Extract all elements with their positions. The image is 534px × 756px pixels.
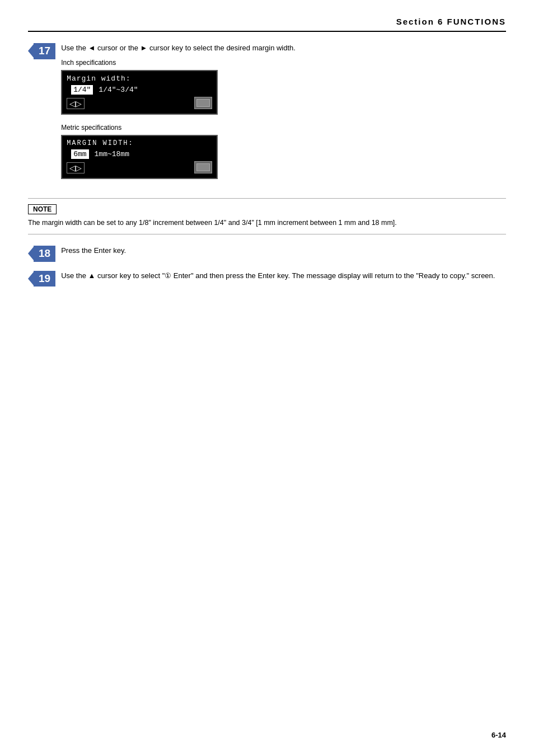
note-tag: NOTE <box>28 204 57 214</box>
inch-lcd-selected: 1/4" <box>71 85 93 95</box>
metric-lcd-range: 1mm~18mm <box>95 150 129 158</box>
inch-lcd-values: 1/4" 1/4"~3/4" <box>67 85 212 95</box>
inch-lcd-range: 1/4"~3/4" <box>99 86 138 94</box>
step-17-icon: 17 <box>28 43 55 59</box>
inch-lcd-panel: Margin width: 1/4" 1/4"~3/4" ◁▷ <box>61 70 218 115</box>
step-18-icon: 18 <box>28 246 55 262</box>
inch-enter-button-inner <box>196 99 210 107</box>
step-17-text: Use the ◄ cursor or the ► cursor key to … <box>61 43 506 53</box>
step-18: 18 Press the Enter key. <box>28 246 506 262</box>
step-18-text: Press the Enter key. <box>61 246 506 256</box>
step-19-number: 19 <box>34 271 55 287</box>
note-text: The margin width can be set to any 1/8" … <box>28 218 506 228</box>
step-19-triangle <box>28 272 34 285</box>
inch-lcd-arrows: ◁▷ <box>67 98 85 109</box>
page-header: Section 6 FUNCTIONS <box>28 17 506 32</box>
section-title: Section 6 FUNCTIONS <box>396 17 506 26</box>
metric-lcd-values: 6mm 1mm~18mm <box>67 149 212 159</box>
step-18-number: 18 <box>34 246 55 262</box>
step-17-triangle <box>28 44 34 58</box>
inch-enter-button <box>194 97 212 109</box>
step-19-content: Use the ▲ cursor key to select "① Enter"… <box>61 271 506 285</box>
metric-lcd-controls: ◁▷ <box>67 162 212 173</box>
step-18-content: Press the Enter key. <box>61 246 506 260</box>
metric-lcd-panel: MARGIN WIDTH: 6mm 1mm~18mm ◁▷ <box>61 135 218 179</box>
note-box: NOTE The margin width can be set to any … <box>28 198 506 234</box>
metric-lcd-selected: 6mm <box>71 149 88 159</box>
page: Section 6 FUNCTIONS 17 Use the ◄ cursor … <box>0 0 534 756</box>
step-19-text: Use the ▲ cursor key to select "① Enter"… <box>61 271 506 281</box>
inch-lcd-title: Margin width: <box>67 74 212 83</box>
metric-lcd-title: MARGIN WIDTH: <box>67 139 212 147</box>
metric-enter-button-inner <box>196 163 210 171</box>
metric-spec-label: Metric specifications <box>61 124 506 132</box>
inch-lcd-controls: ◁▷ <box>67 98 212 109</box>
metric-lcd-arrows: ◁▷ <box>67 162 85 173</box>
inch-spec-label: Inch specifications <box>61 59 506 67</box>
step-19-icon: 19 <box>28 271 55 287</box>
metric-enter-button <box>194 161 212 173</box>
step-19: 19 Use the ▲ cursor key to select "① Ent… <box>28 271 506 287</box>
page-number: 6-14 <box>491 731 506 739</box>
step-17-number: 17 <box>34 43 55 59</box>
step-17-content: Use the ◄ cursor or the ► cursor key to … <box>61 43 506 188</box>
step-18-triangle <box>28 247 34 260</box>
step-17: 17 Use the ◄ cursor or the ► cursor key … <box>28 43 506 188</box>
